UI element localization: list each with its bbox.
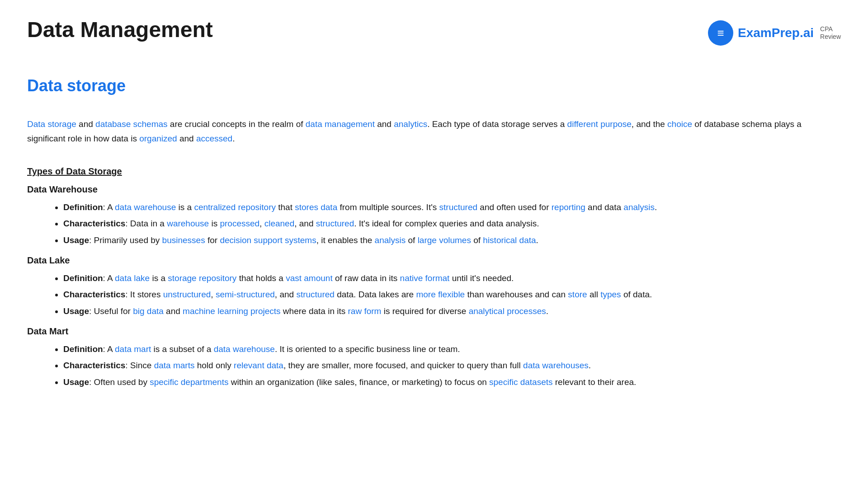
link-dl-more-flexible[interactable]: more flexible <box>416 290 465 299</box>
link-dl-big-data[interactable]: big data <box>133 306 164 316</box>
intro-paragraph: Data storage and database schemas are cr… <box>27 117 841 146</box>
logo-brand-prefix: Exam <box>738 26 772 40</box>
link-dw-char-structured[interactable]: structured <box>316 219 354 228</box>
mart-usage: Usage: Often used by specific department… <box>63 375 841 389</box>
lake-char-label: Characteristics <box>63 290 125 299</box>
lake-characteristics: Characteristics: It stores unstructured,… <box>63 287 841 302</box>
storage-type-warehouse: Data Warehouse Definition: A data wareho… <box>27 182 841 248</box>
lake-usage: Usage: Useful for big data and machine l… <box>63 304 841 319</box>
warehouse-definition: Definition: A data warehouse is a centra… <box>63 200 841 215</box>
link-data-management[interactable]: data management <box>306 119 375 129</box>
link-dl-types[interactable]: types <box>600 290 621 299</box>
storage-type-mart: Data Mart Definition: A data mart is a s… <box>27 324 841 389</box>
mart-usage-label: Usage <box>63 377 89 387</box>
link-dw-reporting[interactable]: reporting <box>552 202 585 212</box>
char-label: Characteristics <box>63 219 125 228</box>
logo-icon-symbol: ≡ <box>717 27 724 39</box>
link-different-purpose[interactable]: different purpose <box>567 119 632 129</box>
mart-def-label: Definition <box>63 344 103 354</box>
mart-bullets: Definition: A data mart is a subset of a… <box>27 342 841 389</box>
link-dw-centralized-repo[interactable]: centralized repository <box>194 202 276 212</box>
link-dw-historical-data[interactable]: historical data <box>483 235 536 245</box>
lake-heading: Data Lake <box>27 253 841 267</box>
link-dl-structured[interactable]: structured <box>296 290 334 299</box>
link-dl-semi-structured[interactable]: semi-structured <box>216 290 275 299</box>
warehouse-bullets: Definition: A data warehouse is a centra… <box>27 200 841 248</box>
lake-bullets: Definition: A data lake is a storage rep… <box>27 271 841 319</box>
link-dw-analysis[interactable]: analysis <box>623 202 655 212</box>
link-dw-structured[interactable]: structured <box>439 202 477 212</box>
logo-area: ≡ ExamPrep.ai CPA Review <box>708 20 841 46</box>
warehouse-usage: Usage: Primarily used by businesses for … <box>63 233 841 248</box>
warehouse-heading: Data Warehouse <box>27 182 841 197</box>
lake-definition: Definition: A data lake is a storage rep… <box>63 271 841 286</box>
link-dm-data-marts[interactable]: data marts <box>154 361 195 370</box>
examprep-logo-icon: ≡ <box>708 20 733 46</box>
link-dm-specific-departments[interactable]: specific departments <box>150 377 228 387</box>
storage-type-lake: Data Lake Definition: A data lake is a s… <box>27 253 841 319</box>
types-heading: Types of Data Storage <box>27 164 841 178</box>
review-label: Review <box>820 33 841 41</box>
link-dw-analysis2[interactable]: analysis <box>375 235 406 245</box>
link-dw-processed[interactable]: processed <box>220 219 259 228</box>
link-dw-decision-support[interactable]: decision support systems <box>220 235 316 245</box>
link-dw-data-warehouse[interactable]: data warehouse <box>115 202 176 212</box>
link-dl-ml-projects[interactable]: machine learning projects <box>183 306 281 316</box>
link-organized[interactable]: organized <box>139 134 177 143</box>
header-area: Data Management ≡ ExamPrep.ai CPA Review <box>27 18 841 46</box>
link-dl-unstructured[interactable]: unstructured <box>163 290 211 299</box>
link-dl-data-lake[interactable]: data lake <box>115 273 150 283</box>
link-dw-stores-data[interactable]: stores data <box>295 202 337 212</box>
lake-usage-label: Usage <box>63 306 89 316</box>
link-analytics[interactable]: analytics <box>394 119 427 129</box>
link-dw-cleaned[interactable]: cleaned <box>264 219 295 228</box>
link-dm-data-warehouse[interactable]: data warehouse <box>214 344 275 354</box>
def-label: Definition <box>63 202 103 212</box>
link-dm-relevant-data[interactable]: relevant data <box>234 361 283 370</box>
link-dl-native-format[interactable]: native format <box>400 273 450 283</box>
logo-cpa-review: CPA Review <box>820 25 841 41</box>
types-section: Types of Data Storage Data Warehouse Def… <box>27 164 841 389</box>
link-dm-data-mart[interactable]: data mart <box>115 344 151 354</box>
logo-brand-name: ExamPrep.ai <box>738 23 814 43</box>
logo-brand-suffix: Prep.ai <box>772 26 814 40</box>
warehouse-characteristics: Characteristics: Data in a warehouse is … <box>63 216 841 231</box>
link-dw-char-warehouse[interactable]: warehouse <box>167 219 209 228</box>
link-dm-specific-datasets[interactable]: specific datasets <box>489 377 552 387</box>
mart-char-label: Characteristics <box>63 361 125 370</box>
mart-heading: Data Mart <box>27 324 841 338</box>
mart-characteristics: Characteristics: Since data marts hold o… <box>63 358 841 373</box>
link-choice[interactable]: choice <box>667 119 692 129</box>
page-title: Data Management <box>27 18 213 42</box>
cpa-label: CPA <box>820 25 833 33</box>
link-dl-analytical-processes[interactable]: analytical processes <box>469 306 546 316</box>
page-container: Data Management ≡ ExamPrep.ai CPA Review… <box>0 0 868 422</box>
link-dl-storage-repo[interactable]: storage repository <box>168 273 236 283</box>
link-dw-businesses[interactable]: businesses <box>162 235 205 245</box>
link-accessed[interactable]: accessed <box>196 134 232 143</box>
link-data-storage[interactable]: Data storage <box>27 119 76 129</box>
usage-label: Usage <box>63 235 89 245</box>
lake-def-label: Definition <box>63 273 103 283</box>
section-title: Data storage <box>27 73 841 99</box>
mart-definition: Definition: A data mart is a subset of a… <box>63 342 841 357</box>
link-dl-store[interactable]: store <box>568 290 587 299</box>
link-dl-raw-form[interactable]: raw form <box>348 306 382 316</box>
link-dw-large-volumes[interactable]: large volumes <box>418 235 471 245</box>
link-dl-vast-amount[interactable]: vast amount <box>286 273 333 283</box>
link-database-schemas[interactable]: database schemas <box>95 119 168 129</box>
link-dm-data-warehouses[interactable]: data warehouses <box>523 361 589 370</box>
logo-text-group: ExamPrep.ai <box>738 23 814 43</box>
